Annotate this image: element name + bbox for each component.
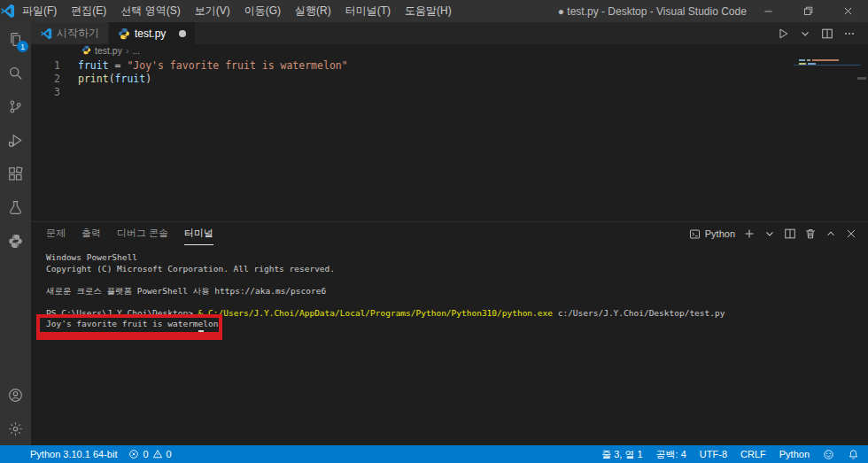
python-extension-icon	[8, 234, 23, 249]
status-item-4[interactable]: Python	[779, 449, 810, 459]
status-bar: Python 3.10.1 64-bit 0 0 줄 3, 열 1공백: 4UT…	[0, 445, 868, 463]
feedback-icon[interactable]	[823, 449, 834, 460]
status-bar-right: 줄 3, 열 1공백: 4UTF-8CRLFPython	[601, 448, 868, 461]
minimap-line-1	[799, 59, 854, 61]
menu-item-7[interactable]: 도움말(H)	[398, 0, 459, 22]
activity-bar-top: 1	[0, 22, 31, 258]
tab-label: 시작하기	[57, 26, 99, 41]
activity-explorer-button[interactable]: 1	[0, 22, 31, 56]
close-button[interactable]	[828, 0, 868, 22]
settings-icon	[8, 421, 23, 436]
activity-search-button[interactable]	[0, 56, 31, 89]
code-text	[60, 86, 78, 99]
activity-source-control-button[interactable]	[0, 89, 31, 123]
maximize-panel-button[interactable]	[825, 228, 837, 240]
terminal-line-1: Copyright (C) Microsoft Corporation. All…	[46, 264, 868, 275]
activity-python-extension-button[interactable]	[0, 224, 31, 258]
main-area: 1 시작하기test.py test.py › ... 1fru	[0, 22, 868, 445]
terminal-icon	[689, 228, 701, 240]
split-terminal-button[interactable]	[784, 228, 796, 240]
python-icon	[118, 27, 130, 40]
panel-tab-2[interactable]: 디버그 콘솔	[117, 222, 168, 244]
content-area: 시작하기test.py test.py › ... 1fruit = "Joy'…	[31, 22, 868, 445]
more-actions-button[interactable]	[843, 27, 856, 40]
panel-tab-0[interactable]: 문제	[46, 222, 66, 244]
new-terminal-button[interactable]	[743, 228, 756, 240]
annotation-red-box	[36, 314, 222, 340]
terminal-dropdown-button[interactable]	[763, 228, 776, 240]
breadcrumb[interactable]: test.py › ...	[31, 44, 868, 56]
terminal-picker[interactable]: Python	[689, 228, 735, 240]
code-line-1: 1fruit = "Joy's favorite fruit is waterm…	[31, 59, 868, 73]
run-button[interactable]	[777, 27, 789, 40]
menu-item-6[interactable]: 터미널(T)	[338, 0, 398, 22]
line-number: 2	[31, 73, 60, 86]
editor-scrollbar[interactable]	[857, 77, 866, 80]
status-item-0[interactable]: 줄 3, 열 1	[601, 448, 642, 461]
terminal-line-0: Windows PowerShell	[46, 252, 868, 264]
menu-item-3[interactable]: 보기(V)	[188, 0, 237, 22]
kill-terminal-button[interactable]	[804, 228, 817, 240]
menu-item-0[interactable]: 파일(F)	[15, 0, 64, 22]
code-editor[interactable]: 1fruit = "Joy's favorite fruit is waterm…	[31, 56, 868, 221]
status-item-1[interactable]: 공백: 4	[656, 448, 686, 461]
menu-item-4[interactable]: 이동(G)	[237, 0, 288, 22]
tab-strip: 시작하기test.py	[31, 22, 196, 44]
status-item-3[interactable]: CRLF	[740, 449, 766, 459]
panel-controls: Python	[689, 228, 857, 240]
code-text: fruit = "Joy's favorite fruit is waterme…	[60, 59, 348, 73]
panel-action-buttons	[743, 228, 857, 240]
panel-tab-1[interactable]: 출력	[81, 222, 101, 244]
close-icon	[842, 5, 854, 17]
activity-extensions-button[interactable]	[0, 157, 31, 190]
close-panel-button[interactable]	[845, 228, 857, 240]
code-line-2: 2print(fruit)	[31, 73, 868, 86]
run-debug-icon	[8, 133, 23, 148]
run-dropdown-button[interactable]	[799, 27, 811, 40]
activity-account-button[interactable]	[0, 378, 31, 412]
activity-testing-button[interactable]	[0, 190, 31, 224]
error-icon	[128, 449, 139, 459]
activity-settings-button[interactable]	[0, 412, 31, 445]
minimap-slider[interactable]	[794, 65, 861, 66]
title-bar: 파일(F)편집(E)선택 영역(S)보기(V)이동(G)실행(R)터미널(T)도…	[0, 0, 868, 22]
bell-icon[interactable]	[848, 449, 859, 460]
code-lines: 1fruit = "Joy's favorite fruit is waterm…	[31, 59, 868, 99]
account-icon	[8, 388, 23, 403]
problems-status[interactable]: 0 0	[128, 449, 171, 459]
panel-tab-3[interactable]: 터미널	[184, 222, 213, 245]
activity-run-debug-button[interactable]	[0, 123, 31, 157]
panel: 문제출력디버그 콘솔터미널 Python Windows PowerShellC…	[31, 221, 868, 445]
status-bar-left: Python 3.10.1 64-bit 0 0	[0, 449, 172, 459]
menu-item-2[interactable]: 선택 영역(S)	[113, 0, 187, 22]
editor-tab-1[interactable]: test.py	[109, 22, 196, 44]
editor-actions	[777, 22, 868, 44]
vscode-logo-icon	[0, 4, 15, 19]
code-text: print(fruit)	[60, 73, 151, 86]
search-icon	[8, 66, 23, 81]
breadcrumb-ellipsis[interactable]: ...	[132, 45, 140, 56]
panel-tabs: 문제출력디버그 콘솔터미널	[46, 222, 213, 245]
dirty-indicator	[179, 30, 186, 37]
split-editor-button[interactable]	[821, 27, 833, 40]
terminal-line-4	[46, 297, 868, 308]
python-interpreter-status[interactable]: Python 3.10.1 64-bit	[30, 449, 117, 459]
terminal-line-3: 새로운 크로스 플랫폼 PowerShell 사용 https://aka.ms…	[46, 286, 868, 297]
source-control-icon	[8, 99, 23, 114]
vscode-icon	[40, 27, 52, 40]
terminal[interactable]: Windows PowerShellCopyright (C) Microsof…	[31, 245, 868, 445]
tab-bar-spacer	[196, 22, 777, 44]
warning-icon	[152, 449, 163, 459]
editor-tab-0[interactable]: 시작하기	[31, 22, 109, 44]
extensions-icon	[8, 166, 23, 181]
window-title: ● test.py - Desktop - Visual Studio Code	[508, 5, 797, 18]
python-file-icon	[81, 45, 91, 55]
editor-region: 시작하기test.py test.py › ... 1fruit = "Joy'…	[31, 22, 868, 221]
status-item-2[interactable]: UTF-8	[700, 449, 727, 459]
menu-item-5[interactable]: 실행(R)	[288, 0, 338, 22]
tab-bar: 시작하기test.py	[31, 22, 868, 44]
activity-bar: 1	[0, 22, 31, 445]
breadcrumb-file[interactable]: test.py	[95, 45, 122, 56]
warning-count: 0	[167, 449, 172, 459]
menu-item-1[interactable]: 편집(E)	[64, 0, 113, 22]
